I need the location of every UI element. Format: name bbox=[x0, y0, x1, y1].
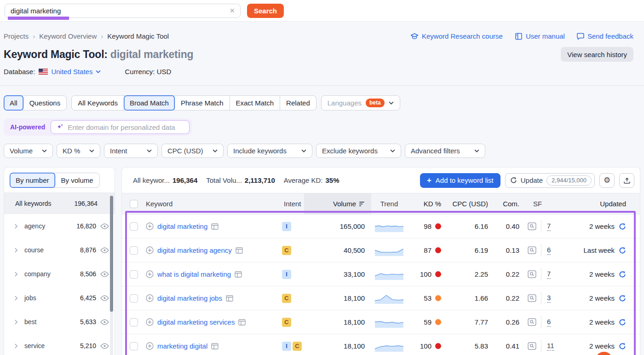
sf-count[interactable]: 7 bbox=[547, 270, 551, 279]
match-tab-related[interactable]: Related bbox=[280, 96, 316, 110]
keyword-link[interactable]: what is digital marketing bbox=[157, 270, 231, 278]
col-keyword[interactable]: Keyword bbox=[146, 200, 276, 208]
sidebar-toggle-by-volume[interactable]: By volume bbox=[55, 173, 99, 187]
serp-window-icon[interactable] bbox=[236, 247, 243, 254]
add-to-keyword-list-button[interactable]: +Add to keyword list bbox=[420, 173, 500, 188]
filter-exclude-keywords[interactable]: Exclude keywords bbox=[316, 144, 401, 158]
filter-kd[interactable]: KD % bbox=[57, 144, 100, 158]
sidebar-all-keywords-row[interactable]: All keywords 196,364 bbox=[4, 193, 115, 214]
select-all-checkbox[interactable] bbox=[130, 200, 138, 208]
sidebar-group-course[interactable]: course 8,876 bbox=[4, 238, 115, 262]
row-checkbox[interactable] bbox=[130, 342, 138, 350]
search-input[interactable] bbox=[11, 7, 229, 15]
refresh-icon[interactable] bbox=[619, 247, 626, 254]
row-checkbox[interactable] bbox=[130, 246, 138, 255]
col-cpc[interactable]: CPC (USD) bbox=[446, 200, 494, 208]
serp-preview-icon[interactable] bbox=[528, 222, 536, 230]
breadcrumb-item-keyword-overview[interactable]: Keyword Overview bbox=[39, 32, 97, 40]
sidebar-group-company[interactable]: company 8,506 bbox=[4, 262, 115, 286]
sidebar-scrollbar-thumb[interactable] bbox=[110, 196, 113, 312]
chevron-right-icon[interactable] bbox=[14, 248, 22, 253]
filter-include-keywords[interactable]: Include keywords bbox=[227, 144, 312, 158]
serp-preview-icon[interactable] bbox=[528, 294, 536, 302]
col-intent[interactable]: Intent bbox=[276, 200, 304, 208]
match-tab-exact-match[interactable]: Exact Match bbox=[230, 96, 281, 110]
add-keyword-icon[interactable] bbox=[146, 246, 154, 254]
filter-volume[interactable]: Volume bbox=[4, 144, 53, 158]
view-search-history-button[interactable]: View search history bbox=[561, 47, 633, 62]
serp-preview-icon[interactable] bbox=[528, 270, 536, 278]
chevron-right-icon[interactable] bbox=[14, 272, 22, 277]
update-button[interactable]: Update 2,944/15,000 bbox=[505, 173, 595, 188]
col-kd[interactable]: KD % bbox=[407, 200, 446, 208]
settings-button[interactable]: ⚙ bbox=[599, 173, 615, 188]
table-row[interactable]: digital marketing jobs C 18,100 53 1.66 … bbox=[122, 286, 640, 310]
add-keyword-icon[interactable] bbox=[146, 222, 154, 230]
sidebar-toggle-by-number[interactable]: By number bbox=[10, 173, 56, 188]
breadcrumb-item-projects[interactable]: Projects bbox=[4, 32, 29, 40]
sidebar-group-agency[interactable]: agency 16,820 bbox=[4, 214, 115, 238]
eye-icon[interactable] bbox=[100, 343, 109, 349]
chevron-right-icon[interactable] bbox=[14, 296, 22, 301]
eye-icon[interactable] bbox=[100, 271, 109, 277]
col-com[interactable]: Com. bbox=[494, 200, 525, 208]
keyword-link[interactable]: digital marketing services bbox=[157, 318, 235, 326]
sidebar-group-service[interactable]: service 5,210 bbox=[4, 334, 115, 355]
keyword-research-course-link[interactable]: Keyword Research course bbox=[410, 32, 503, 40]
table-row[interactable]: marketing digital IC 18,100 100 5.83 0.4… bbox=[122, 334, 640, 355]
table-row[interactable]: digital marketing services C 18,100 59 7… bbox=[122, 310, 640, 334]
add-keyword-icon[interactable] bbox=[146, 294, 154, 302]
eye-icon[interactable] bbox=[100, 319, 109, 325]
database-selector[interactable]: United States bbox=[51, 68, 101, 76]
table-row[interactable]: digital marketing agency C 40,500 87 6.1… bbox=[122, 239, 640, 262]
row-checkbox[interactable] bbox=[130, 270, 138, 279]
match-tab-all-keywords[interactable]: All Keywords bbox=[72, 96, 124, 110]
add-keyword-icon[interactable] bbox=[146, 342, 154, 350]
row-checkbox[interactable] bbox=[130, 294, 138, 303]
filter-cpc-usd[interactable]: CPC (USD) bbox=[161, 144, 224, 158]
match-tab-broad-match[interactable]: Broad Match bbox=[124, 95, 175, 111]
eye-icon[interactable] bbox=[100, 223, 109, 229]
eye-icon[interactable] bbox=[100, 295, 109, 301]
user-manual-link[interactable]: User manual bbox=[515, 32, 565, 40]
filter-intent[interactable]: Intent bbox=[104, 144, 158, 158]
refresh-icon[interactable] bbox=[619, 343, 626, 350]
keyword-link[interactable]: digital marketing bbox=[157, 222, 207, 230]
refresh-icon[interactable] bbox=[619, 319, 626, 326]
eye-icon[interactable] bbox=[100, 247, 109, 253]
serp-preview-icon[interactable] bbox=[528, 246, 536, 254]
serp-preview-icon[interactable] bbox=[528, 342, 536, 350]
col-trend[interactable]: Trend bbox=[371, 200, 407, 208]
chevron-right-icon[interactable] bbox=[14, 343, 22, 349]
refresh-icon[interactable] bbox=[619, 223, 626, 230]
refresh-icon[interactable] bbox=[619, 295, 626, 302]
serp-window-icon[interactable] bbox=[226, 295, 233, 302]
serp-window-icon[interactable] bbox=[238, 319, 246, 326]
serp-window-icon[interactable] bbox=[235, 271, 242, 278]
filter-advanced-filters[interactable]: Advanced filters bbox=[405, 144, 485, 158]
sidebar-group-best[interactable]: best 5,633 bbox=[4, 310, 115, 334]
chevron-right-icon[interactable] bbox=[14, 320, 22, 325]
chevron-right-icon[interactable] bbox=[14, 224, 22, 229]
col-updated[interactable]: Updated bbox=[571, 200, 640, 208]
keyword-link[interactable]: digital marketing agency bbox=[157, 246, 232, 254]
languages-dropdown[interactable]: Languages beta bbox=[321, 95, 400, 111]
add-keyword-icon[interactable] bbox=[146, 270, 154, 278]
sf-count[interactable]: 6 bbox=[547, 318, 551, 327]
match-tab-phrase-match[interactable]: Phrase Match bbox=[175, 96, 230, 110]
row-checkbox[interactable] bbox=[130, 318, 138, 326]
domain-input[interactable] bbox=[68, 123, 184, 131]
match-tab-all[interactable]: All bbox=[4, 95, 24, 111]
refresh-icon[interactable] bbox=[619, 271, 626, 278]
serp-window-icon[interactable] bbox=[211, 223, 218, 230]
export-button[interactable] bbox=[619, 173, 634, 188]
serp-preview-icon[interactable] bbox=[528, 318, 536, 326]
keyword-link[interactable]: marketing digital bbox=[157, 342, 207, 350]
sidebar-group-jobs[interactable]: jobs 6,425 bbox=[4, 286, 115, 310]
send-feedback-link[interactable]: Send feedback bbox=[577, 32, 633, 40]
table-row[interactable]: digital marketing I 165,000 98 6.16 0.40… bbox=[122, 215, 640, 239]
match-tab-questions[interactable]: Questions bbox=[23, 96, 67, 110]
sf-count[interactable]: 7 bbox=[547, 222, 551, 231]
serp-window-icon[interactable] bbox=[211, 343, 218, 349]
sf-count[interactable]: 11 bbox=[547, 342, 554, 351]
